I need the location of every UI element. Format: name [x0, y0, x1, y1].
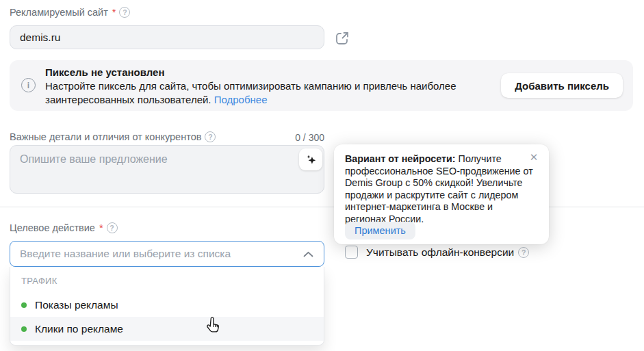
status-dot-icon — [21, 326, 27, 332]
target-action-label-row: Целевое действие* ? — [10, 222, 118, 233]
ai-suggestion-title: Вариант от нейросети: — [345, 153, 456, 164]
pixel-notice-more-link[interactable]: Подробнее — [214, 94, 268, 105]
option-label: Клики по рекламе — [35, 323, 123, 335]
help-icon[interactable]: ? — [518, 247, 529, 258]
chevron-up-icon[interactable] — [303, 251, 313, 257]
ai-suggestion-popup: Вариант от нейросети: Получите профессио… — [334, 144, 549, 244]
pixel-notice-title: Пиксель не установлен — [45, 66, 164, 78]
help-icon[interactable]: ? — [119, 7, 130, 18]
dropdown-option-impressions[interactable]: Показы рекламы — [10, 293, 324, 317]
pixel-notice-text: Настройте пиксель для сайта, чтобы оптим… — [45, 79, 520, 106]
ad-campaign-form: Рекламируемый сайт* ? i Пиксель не устан… — [0, 0, 644, 351]
site-field-label: Рекламируемый сайт — [10, 7, 108, 18]
target-action-dropdown: ТРАФИК Показы рекламы Клики по рекламе — [10, 267, 324, 346]
offline-conversions-text: Учитывать офлайн-конверсии — [366, 246, 514, 259]
details-textarea[interactable] — [10, 145, 324, 194]
ai-sparkles-button[interactable] — [299, 148, 322, 170]
target-action-input[interactable] — [10, 248, 303, 260]
info-icon: i — [21, 78, 36, 92]
pixel-notice-banner: i Пиксель не установлен Настройте пиксел… — [10, 60, 633, 111]
site-input[interactable] — [10, 25, 324, 49]
offline-conversions-label: Учитывать офлайн-конверсии ? — [366, 246, 529, 259]
site-field-label-row: Рекламируемый сайт* ? — [10, 7, 130, 18]
help-icon[interactable]: ? — [107, 222, 118, 233]
apply-suggestion-button[interactable]: Применить — [345, 222, 415, 239]
target-action-label: Целевое действие — [10, 222, 95, 233]
ai-suggestion-text: Вариант от нейросети: Получите профессио… — [345, 153, 535, 225]
target-action-select[interactable] — [10, 241, 324, 267]
add-pixel-button[interactable]: Добавить пиксель — [501, 73, 623, 98]
required-asterisk: * — [112, 7, 116, 18]
dropdown-group-traffic: ТРАФИК — [10, 267, 324, 286]
option-label: Показы рекламы — [35, 299, 118, 311]
offline-conversions-checkbox[interactable] — [345, 246, 358, 259]
dropdown-option-clicks[interactable]: Клики по рекламе — [10, 317, 324, 341]
status-dot-icon — [21, 302, 27, 308]
close-icon[interactable]: ✕ — [528, 151, 540, 164]
external-link-icon[interactable] — [334, 30, 350, 47]
ai-sparkles-icon — [305, 153, 318, 166]
offline-conversions-row: Учитывать офлайн-конверсии ? — [345, 246, 529, 259]
char-counter: 0 / 300 — [10, 132, 324, 143]
required-asterisk: * — [99, 222, 103, 233]
